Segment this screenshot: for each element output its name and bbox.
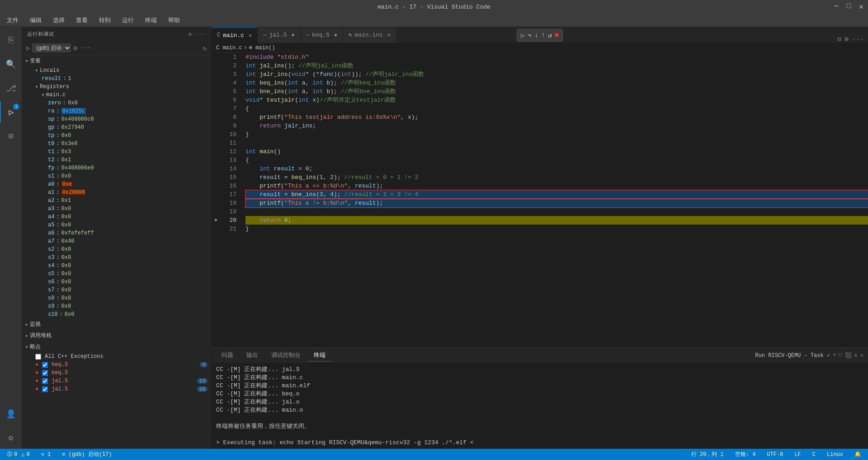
status-language[interactable]: C: [810, 451, 818, 458]
split-editor-icon[interactable]: ⊟: [837, 35, 841, 43]
cpu-title[interactable]: ▾ main.c: [22, 91, 211, 99]
code-editor-container[interactable]: ➤ 1 2 3 4 5 6 7 8 9 10 11 12 13 14: [212, 53, 868, 347]
extensions-activity-icon[interactable]: ⊞: [0, 125, 22, 147]
reg-a2[interactable]: a2: 0x1: [22, 197, 211, 205]
panel-close-icon[interactable]: ✕: [860, 352, 863, 359]
bp-jals1-checkbox[interactable]: [42, 378, 48, 384]
more-actions-icon[interactable]: ···: [852, 36, 863, 43]
locals-result-item[interactable]: result : 1: [22, 75, 211, 83]
status-errors[interactable]: ⓪ 0 △ 0: [5, 451, 32, 458]
tab-jal-s[interactable]: — jal.S ●: [258, 27, 300, 43]
callstack-title[interactable]: ▸ 调用堆栈: [22, 330, 211, 341]
breakpoints-title[interactable]: ▾ 断点: [22, 341, 211, 352]
reg-a7[interactable]: a7: 0x40: [22, 237, 211, 245]
status-notifications-icon[interactable]: 🔔: [852, 451, 863, 458]
variables-title[interactable]: ▾ 变量: [22, 55, 211, 66]
status-debug[interactable]: ⊙ (gdb) 启动(17): [60, 451, 114, 458]
status-encoding[interactable]: UTF-8: [764, 451, 785, 458]
status-line-ending[interactable]: LF: [792, 451, 803, 458]
source-control-activity-icon[interactable]: ⎇: [0, 77, 22, 99]
tab-problems[interactable]: 问题: [216, 349, 239, 361]
breadcrumb-file[interactable]: C main.c: [216, 45, 242, 51]
reg-s6[interactable]: s6: 0x0: [22, 278, 211, 286]
run-more-icon[interactable]: ···: [80, 44, 91, 52]
tab-main-c-close[interactable]: ✕: [249, 32, 252, 39]
watch-title[interactable]: ▸ 监视: [22, 319, 211, 330]
sidebar-settings-icon[interactable]: ⚙ ···: [189, 31, 206, 37]
bp-jals2-checkbox[interactable]: [42, 386, 48, 392]
tab-main-c[interactable]: C main.c ✕: [212, 27, 258, 43]
reg-t0[interactable]: t0: 0x3e8: [22, 140, 211, 148]
status-cursor[interactable]: 行 20，列 1: [689, 451, 726, 458]
settings-activity-icon[interactable]: ⚙: [0, 427, 22, 449]
close-button[interactable]: ✕: [859, 2, 863, 11]
debug-stop-icon[interactable]: ■: [555, 32, 559, 39]
reg-a1[interactable]: a1: 0x28008: [22, 188, 211, 197]
refresh-icon[interactable]: ↻: [203, 44, 207, 52]
bp-beqs-1[interactable]: ● beq.S 4: [22, 361, 211, 369]
menu-view[interactable]: 查看: [74, 15, 90, 25]
bp-beqs1-checkbox[interactable]: [42, 362, 48, 368]
menu-goto[interactable]: 转到: [97, 15, 113, 25]
reg-a6[interactable]: a6: 0xfefefeff: [22, 229, 211, 237]
debug-continue-icon[interactable]: ▷: [521, 31, 525, 40]
debug-step-over-icon[interactable]: ↷: [528, 31, 532, 40]
menu-run[interactable]: 运行: [120, 15, 136, 25]
panel-add-icon[interactable]: +: [833, 352, 836, 358]
tab-debug-console[interactable]: 调试控制台: [266, 349, 306, 361]
reg-s5[interactable]: s5: 0x0: [22, 270, 211, 278]
reg-a4[interactable]: a4: 0x0: [22, 213, 211, 221]
panel-split-icon[interactable]: □: [839, 352, 842, 358]
tab-beq-s-close[interactable]: ●: [334, 32, 337, 38]
reg-sp[interactable]: sp: 0x408006c0: [22, 115, 211, 123]
debug-activity-icon[interactable]: ▷ 1: [0, 101, 22, 123]
bp-beqs2-checkbox[interactable]: [42, 370, 48, 376]
reg-s9[interactable]: s9: 0x0: [22, 302, 211, 310]
menu-edit[interactable]: 编辑: [28, 15, 44, 25]
menu-file[interactable]: 文件: [5, 15, 21, 25]
reg-s2[interactable]: s2: 0x0: [22, 245, 211, 253]
reg-a0[interactable]: a0: 0xe: [22, 180, 211, 188]
run-config-select[interactable]: (gdb) 启动: [32, 43, 71, 52]
search-activity-icon[interactable]: 🔍: [0, 53, 22, 75]
reg-gp[interactable]: gp: 0x27940: [22, 123, 211, 131]
status-indent[interactable]: 空格: 4: [733, 451, 758, 458]
debug-step-out-icon[interactable]: ↑: [541, 32, 545, 39]
run-button[interactable]: ▷: [26, 44, 30, 52]
reg-t2[interactable]: t2: 0x1: [22, 156, 211, 164]
reg-a3[interactable]: a3: 0x0: [22, 205, 211, 213]
reg-s4[interactable]: s4: 0x0: [22, 262, 211, 270]
menu-select[interactable]: 选择: [51, 15, 67, 25]
reg-fp[interactable]: fp: 0x408006e0: [22, 164, 211, 172]
reg-t1[interactable]: t1: 0x3: [22, 148, 211, 156]
locals-title[interactable]: ▾ Locals: [22, 66, 211, 75]
terminal-content[interactable]: CC -[M] 正在构建... jal.S CC -[M] 正在构建... ma…: [212, 363, 868, 449]
panel-up-icon[interactable]: ∧: [854, 352, 858, 359]
layout-icon[interactable]: ⊞: [844, 35, 848, 43]
account-activity-icon[interactable]: 👤: [0, 403, 22, 425]
tab-output[interactable]: 输出: [241, 349, 264, 361]
minimize-button[interactable]: ─: [834, 2, 839, 11]
status-os[interactable]: Linux: [825, 451, 845, 458]
status-warnings[interactable]: ✕ 1: [39, 451, 53, 458]
run-gear-icon[interactable]: ⚙: [73, 44, 77, 52]
sidebar-scroll[interactable]: ▾ 变量 ▾ Locals result : 1 ▾ Re: [22, 55, 211, 449]
tab-main-ins[interactable]: ✎ main.ins ✕: [343, 27, 396, 43]
code-content[interactable]: #include "stdio.h" int jal_ins(); //声明ja…: [241, 53, 868, 347]
tab-jal-s-close[interactable]: ●: [291, 32, 294, 38]
bp-jals-2[interactable]: ● jal.S 16: [22, 385, 211, 393]
bp-cpp-exceptions[interactable]: All C++ Exceptions: [22, 352, 211, 361]
debug-step-into-icon[interactable]: ↓: [534, 32, 538, 39]
tab-main-ins-close[interactable]: ✕: [387, 32, 391, 38]
panel-trash-icon[interactable]: ⬛: [845, 352, 852, 359]
menu-help[interactable]: 帮助: [166, 15, 182, 25]
reg-s1[interactable]: s1: 0x0: [22, 172, 211, 180]
tab-terminal[interactable]: 终端: [308, 349, 331, 361]
reg-s10[interactable]: s10: 0x0: [22, 310, 211, 319]
tab-beq-s[interactable]: — beq.S ●: [301, 27, 343, 43]
reg-tp[interactable]: tp: 0x0: [22, 131, 211, 140]
reg-zero[interactable]: zero: 0x0: [22, 99, 211, 107]
maximize-button[interactable]: □: [847, 2, 851, 11]
bp-beqs-2[interactable]: ● beq.S: [22, 369, 211, 377]
explorer-activity-icon[interactable]: ⎘: [0, 29, 22, 51]
